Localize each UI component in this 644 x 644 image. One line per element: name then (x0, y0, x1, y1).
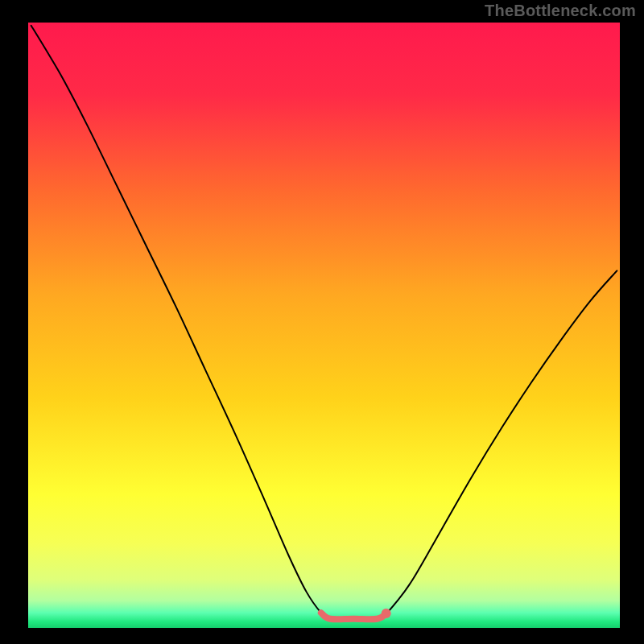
endpoint-dot (382, 609, 391, 618)
plot-area (28, 23, 620, 628)
gradient-background (28, 23, 620, 628)
chart-frame: TheBottleneck.com (0, 0, 644, 644)
chart-svg (28, 23, 620, 628)
watermark-text: TheBottleneck.com (485, 2, 636, 20)
marker-layer (382, 609, 391, 618)
